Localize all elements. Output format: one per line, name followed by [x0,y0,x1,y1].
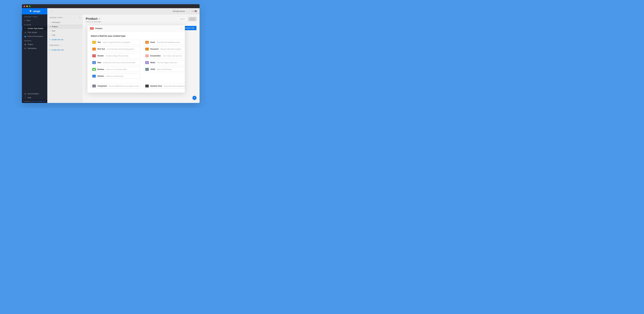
list-item-label: User [52,34,55,36]
field-type-name: JSON [150,68,155,70]
sidebar-item-roles-permissions[interactable]: 👥 Roles & Permissions [22,34,47,38]
content-type-badge: CT [90,27,94,30]
modal-heading: Select a field for your content type [91,35,182,37]
field-type-modal: CT Product ✕ Select a field for your con… [88,25,185,93]
field-type-enumeration[interactable]: ≡EnumerationList of values, then pick on… [144,53,185,58]
field-type-desc: Small or long text like title or descrip… [103,41,130,43]
sidebar-item-files-upload[interactable]: ☁ Files Upload [22,30,47,34]
plus-icon: + [49,39,50,41]
sidebar-item-users[interactable]: Users [22,18,47,22]
ct-list-item-role[interactable]: Role [47,29,82,33]
save-button[interactable]: Save [188,17,196,21]
chevron-left-icon [51,10,53,12]
panel-title: COMPONENT [49,45,59,46]
ct-list-item-product[interactable]: Product [47,24,82,29]
help-fab-button[interactable]: ? [192,96,196,100]
field-type-icon: ≡ [92,48,96,50]
content-type-list-panel: CONTENT TYPES 4 Permission Product Role … [47,14,82,103]
field-type-desc: Group of fields that you can repeat or r… [109,85,139,87]
field-type-icon: 123 [92,54,96,57]
page-title-text: Product [86,17,98,20]
field-type-name: Relation [98,75,104,77]
plus-icon: + [49,49,50,51]
language-switcher[interactable]: EN [192,10,197,12]
panel-head-content-types: CONTENT TYPES 4 [47,16,82,20]
field-type-date[interactable]: 📅DateA date picker with hours, minutes a… [91,60,140,65]
create-label: Create new con [52,39,64,41]
field-type-component[interactable]: ⎇ComponentGroup of fields that you can r… [91,83,140,89]
sidebar-item-label: Help [28,97,31,99]
field-type-icon: ≡ [145,54,149,57]
modal-close-button[interactable]: ✕ [180,27,182,30]
field-type-relation[interactable]: 🔗RelationRefers to a Content Type [91,73,140,79]
field-type-name: Enumeration [150,55,161,57]
lang-code: EN [192,10,194,12]
powered-prefix: Powered by [23,101,31,102]
field-type-desc: List of values, then pick one [163,55,182,57]
sidebar-item-label: Documentation [28,93,39,95]
field-type-name: Text [98,41,101,43]
field-type-desc: A date picker with hours, minutes and se… [103,62,135,63]
field-type-json[interactable]: {···}JSONData in JSON format [144,67,185,72]
window-close-icon[interactable] [24,5,25,7]
create-component-link[interactable]: + Create new com [47,47,82,52]
pencil-icon[interactable] [98,18,100,20]
brand-logo[interactable]: strapi [22,8,47,14]
field-type-dynamic-zone[interactable]: ∞Dynamic ZoneDynamically pick component … [144,83,185,89]
sidebar-item-content-type-builder[interactable]: ✎ Content Type Builder [22,26,47,30]
sidebar-item-help[interactable]: ? Help [22,96,47,100]
field-type-name: Component [98,85,107,87]
field-type-desc: A rich text editor with formatting optio… [107,48,134,50]
sidebar-item-label: Content Type Builder [28,27,43,29]
field-type-boolean[interactable]: ⬤BooleanYes or no, 1 or 0, true or false [91,67,140,72]
panel-head-component: COMPONENT 0 [47,45,82,47]
field-type-name: Media [150,62,155,64]
field-type-email[interactable]: @EmailEmail field with validations forma… [144,40,185,45]
field-type-text[interactable]: AbTextSmall or long text like title or d… [91,40,140,45]
field-type-password[interactable]: 🔒PasswordPassword field with encryption [144,46,185,52]
panel-count: 0 [60,45,61,46]
sidebar-item-label: Files Upload [28,31,37,33]
modal-title: Product [95,27,102,29]
sidebar-section-plugins: PLUGINS [22,22,47,26]
field-type-icon: ⎇ [92,85,96,87]
bullet-icon [50,35,50,35]
cancel-button[interactable]: Cancel [178,17,187,21]
list-item-label: Permission [52,21,60,23]
field-type-media[interactable]: 🖼MediaFiles like images, videos, etc [144,60,185,65]
field-type-name: Number [98,55,104,57]
ct-list-item-permission[interactable]: Permission [47,20,82,24]
app-window: strapi CONTENT TYPES Users PLUGINS ✎ Con… [22,4,200,103]
field-type-number[interactable]: 123NumberNumbers (integer, float, decima… [91,53,140,58]
svg-point-0 [79,17,80,18]
field-type-icon: 🖼 [145,61,149,64]
sidebar-item-marketplace[interactable]: 🛒 Marketplace [22,46,47,50]
window-minimize-icon[interactable] [26,5,28,7]
field-type-name: Dynamic Zone [150,85,162,87]
modal-header: CT Product ✕ [88,25,185,32]
sidebar-item-label: Roles & Permissions [28,35,43,37]
main-sidebar: strapi CONTENT TYPES Users PLUGINS ✎ Con… [22,8,47,103]
sidebar-section-content-types: CONTENT TYPES [22,14,47,18]
field-type-rich-text[interactable]: ≡Rich TextA rich text editor with format… [91,46,140,52]
sidebar-item-label: Plugins [28,43,33,45]
sidebar-item-plugins[interactable]: ▦ Plugins [22,42,47,46]
create-content-type-link[interactable]: + Create new con [47,37,82,42]
field-type-icon: 📅 [92,61,96,64]
back-button[interactable] [50,9,54,13]
svg-line-1 [80,18,80,18]
window-maximize-icon[interactable] [29,5,30,7]
ct-list-item-user[interactable]: User [47,33,82,37]
search-button[interactable] [79,16,81,19]
field-type-desc: Numbers (integer, float, decimal) [106,55,128,57]
grid-icon: ▦ [24,43,26,45]
powered-link[interactable]: Strapi v3.0.0-beta.18.3 [31,101,46,102]
field-type-desc: Files like images, videos, etc [157,62,177,63]
sidebar-item-documentation[interactable]: ▤ Documentation [22,92,47,96]
field-type-icon: ∞ [145,85,149,87]
panel-title: CONTENT TYPES [49,17,62,18]
topbar: Nirmalya Ghosh EN [47,8,200,14]
bullet-icon [50,26,50,27]
field-type-desc: Yes or no, 1 or 0, true or false [106,69,126,70]
user-menu[interactable]: Nirmalya Ghosh [173,10,187,12]
